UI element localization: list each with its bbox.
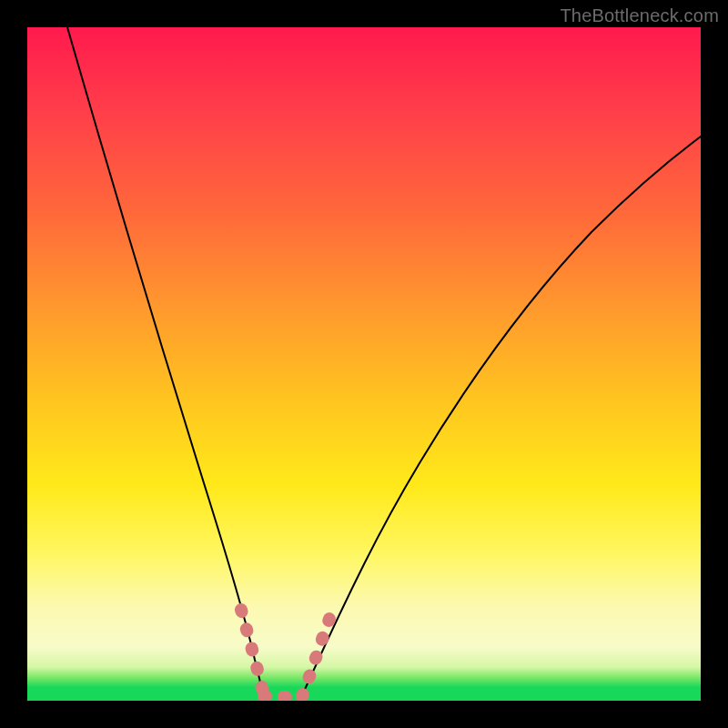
plot-area — [27, 27, 701, 701]
minimum-highlight-left — [241, 610, 264, 696]
curve-left-branch — [67, 27, 264, 699]
bottleneck-curve — [27, 27, 701, 701]
curve-right-branch — [300, 136, 701, 699]
watermark-text: TheBottleneck.com — [560, 5, 719, 26]
chart-frame: TheBottleneck.com — [0, 0, 728, 728]
